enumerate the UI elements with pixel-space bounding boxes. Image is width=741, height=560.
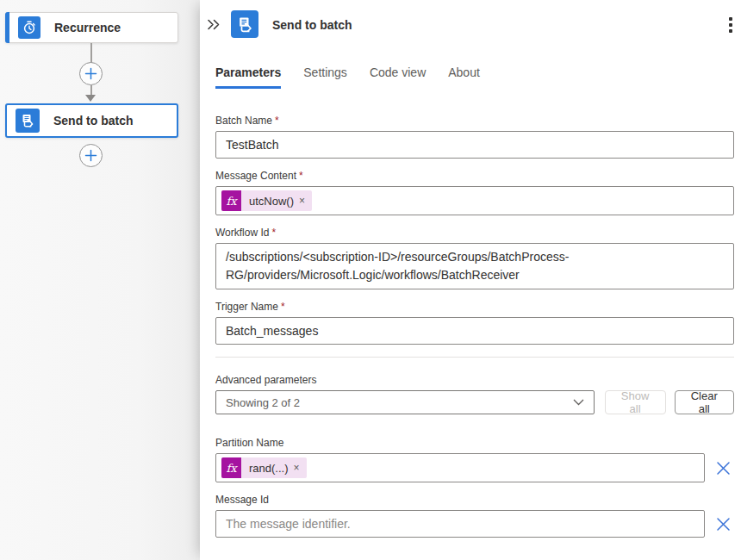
show-all-button[interactable]: Show all: [605, 390, 666, 414]
trigger-name-label: Trigger Name*: [215, 301, 734, 313]
tab-bar: Parameters Settings Code view About: [200, 65, 741, 89]
token-remove-icon[interactable]: ×: [294, 462, 307, 474]
partition-name-label: Partition Name: [215, 437, 734, 449]
parameters-form: Batch Name* Message Content* fx utcNow()…: [200, 89, 741, 538]
add-step-button[interactable]: [79, 144, 103, 167]
add-step-button[interactable]: [79, 62, 103, 85]
expression-token[interactable]: fx utcNow() ×: [221, 190, 312, 211]
tab-about[interactable]: About: [448, 65, 480, 89]
more-actions-button[interactable]: [724, 16, 738, 34]
trigger-accent-bar: [5, 12, 9, 43]
connector-line: [90, 43, 92, 63]
token-remove-icon[interactable]: ×: [299, 195, 312, 207]
required-asterisk: *: [299, 170, 303, 182]
panel-title: Send to batch: [272, 18, 352, 32]
required-asterisk: *: [281, 301, 285, 313]
recurrence-clock-icon: [18, 16, 40, 39]
workflow-id-label: Workflow Id*: [215, 227, 734, 239]
expression-token[interactable]: fx rand(...) ×: [221, 457, 307, 478]
batch-icon: [16, 109, 40, 133]
plus-icon: [84, 149, 97, 162]
batch-name-label: Batch Name*: [215, 115, 734, 127]
remove-partition-name-button[interactable]: [716, 461, 731, 476]
tab-settings[interactable]: Settings: [303, 65, 347, 89]
panel-header: Send to batch: [200, 0, 741, 48]
collapse-panel-button[interactable]: [207, 17, 222, 31]
recurrence-node-label: Recurrence: [54, 21, 121, 34]
partition-name-input[interactable]: fx rand(...) ×: [215, 453, 705, 482]
remove-message-id-button[interactable]: [716, 517, 731, 532]
fx-icon: fx: [221, 457, 241, 478]
message-id-input[interactable]: [215, 510, 705, 538]
required-asterisk: *: [271, 227, 276, 239]
ellipsis-dot: [729, 17, 732, 21]
fx-icon: fx: [221, 190, 241, 211]
ellipsis-dot: [729, 29, 732, 33]
advanced-parameters-dropdown[interactable]: Showing 2 of 2: [215, 390, 595, 414]
message-content-input[interactable]: fx utcNow() ×: [215, 186, 734, 215]
double-chevron-right-icon: [207, 19, 221, 30]
required-asterisk: *: [275, 115, 279, 127]
clear-all-button[interactable]: Clear all: [675, 390, 734, 414]
workflow-canvas: Recurrence Send to batch: [0, 0, 200, 560]
message-id-label: Message Id: [215, 494, 734, 506]
workflow-id-input[interactable]: /subscriptions/<subscription-ID>/resourc…: [215, 243, 734, 289]
ellipsis-dot: [729, 23, 732, 27]
dropdown-value: Showing 2 of 2: [226, 396, 300, 409]
send-to-batch-node[interactable]: Send to batch: [5, 103, 178, 138]
plus-icon: [84, 67, 97, 80]
advanced-parameters-label: Advanced parameters: [215, 374, 734, 386]
send-to-batch-node-label: Send to batch: [53, 114, 134, 128]
batch-name-input[interactable]: [215, 131, 734, 159]
tab-parameters[interactable]: Parameters: [215, 65, 281, 89]
message-content-label: Message Content*: [215, 170, 734, 182]
expression-token-label: rand(...): [241, 462, 294, 475]
expression-token-label: utcNow(): [241, 195, 299, 208]
arrow-down-icon: [85, 95, 96, 102]
section-divider: [215, 357, 734, 358]
chevron-down-icon: [573, 399, 584, 406]
action-details-panel: Send to batch Parameters Settings Code v…: [200, 0, 741, 560]
recurrence-node[interactable]: Recurrence: [5, 12, 178, 43]
trigger-name-input[interactable]: [215, 317, 734, 345]
tab-code-view[interactable]: Code view: [370, 65, 426, 89]
batch-icon: [231, 10, 258, 38]
